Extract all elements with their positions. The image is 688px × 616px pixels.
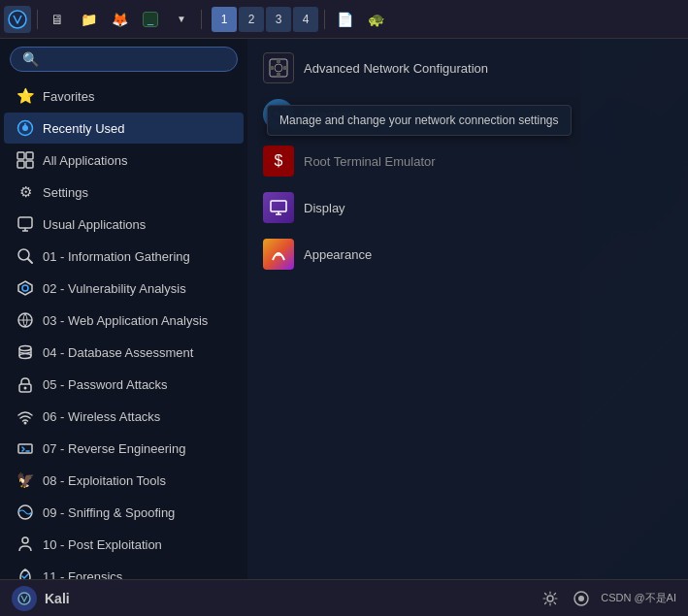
sidebar-item-05-password[interactable]: 05 - Password Attacks (4, 369, 244, 400)
display-icon (263, 192, 294, 223)
03-label: 03 - Web Application Analysis (43, 313, 232, 328)
sidebar-item-favorites[interactable]: ⭐ Favorites (4, 81, 244, 112)
svg-point-21 (275, 64, 282, 72)
04-label: 04 - Database Assessment (43, 345, 232, 360)
taskbar: 🖥 📁 🦊 _ ▼ 1 2 3 4 📄 🐢 (0, 0, 688, 39)
tooltip-text: Manage and change your network connectio… (279, 113, 559, 127)
svg-rect-3 (17, 152, 24, 159)
svg-rect-5 (17, 161, 24, 168)
02-label: 02 - Vulnerability Analysis (43, 281, 232, 296)
bottom-right: CSDN @不是AI (539, 587, 676, 610)
bottom-right-text: CSDN @不是AI (601, 591, 676, 605)
usual-apps-label: Usual Applications (43, 217, 232, 232)
display-label: Display (304, 201, 345, 215)
usual-apps-icon (16, 214, 35, 234)
taskbar-sep-1 (37, 10, 38, 29)
svg-rect-24 (270, 66, 274, 70)
favorites-label: Favorites (43, 89, 232, 104)
svg-point-15 (24, 422, 27, 425)
kali-menu-icon[interactable] (12, 586, 37, 611)
svg-rect-4 (26, 152, 33, 159)
09-label: 09 - Sniffing & Spoofing (43, 505, 232, 520)
recently-used-icon (16, 118, 35, 138)
svg-point-9 (22, 285, 28, 291)
sidebar-item-09-sniffing[interactable]: 09 - Sniffing & Spoofing (4, 497, 244, 528)
sidebar-item-07-reverse[interactable]: 07 - Reverse Engineering (4, 433, 244, 464)
app-item-appearance[interactable]: Appearance (255, 233, 680, 276)
svg-rect-16 (18, 444, 32, 453)
workspace-3[interactable]: 3 (266, 7, 291, 32)
wireless-icon (16, 406, 35, 426)
appearance-icon (263, 239, 294, 270)
info-gathering-icon (16, 246, 35, 266)
svg-point-18 (22, 537, 28, 543)
bottom-kali-label: Kali (45, 591, 70, 606)
01-label: 01 - Information Gathering (43, 249, 232, 264)
taskbar-kali-icon[interactable] (4, 6, 31, 33)
all-applications-label: All Applications (43, 153, 232, 168)
favorites-icon: ⭐ (16, 86, 35, 106)
app-item-adv-net-config[interactable]: Advanced Network Configuration (255, 47, 680, 89)
taskbar-notes-icon[interactable]: 📄 (331, 6, 358, 33)
taskbar-dropdown-icon[interactable]: ▼ (168, 6, 195, 33)
taskbar-terminal-icon[interactable]: _ (137, 6, 164, 33)
workspace-1[interactable]: 1 (212, 7, 237, 32)
10-label: 10 - Post Exploitation (43, 537, 232, 552)
taskbar-files-icon[interactable]: 📁 (75, 6, 102, 33)
svg-point-12 (19, 354, 31, 359)
sidebar-item-01-info-gathering[interactable]: 01 - Information Gathering (4, 241, 244, 272)
workspace-2[interactable]: 2 (239, 7, 264, 32)
sidebar-item-02-vuln-analysis[interactable]: 02 - Vulnerability Analysis (4, 273, 244, 304)
sidebar-item-all-applications[interactable]: All Applications (4, 145, 244, 176)
svg-point-31 (578, 596, 584, 601)
11-label: 11 - Forensics (43, 569, 232, 580)
05-label: 05 - Password Attacks (43, 377, 232, 392)
settings-icon: ⚙ (16, 182, 35, 202)
appearance-label: Appearance (304, 247, 372, 262)
sniffing-icon (16, 503, 35, 522)
recently-used-label: Recently Used (43, 121, 232, 136)
svg-point-29 (547, 596, 553, 601)
search-input-wrap[interactable]: 🔍 (10, 47, 238, 72)
main-area: 🔍 ⭐ Favorites Recently Used (0, 39, 688, 579)
taskbar-sep-3 (324, 10, 325, 29)
sidebar-item-10-post-exploit[interactable]: 10 - Post Exploitation (4, 529, 244, 560)
search-icon: 🔍 (22, 51, 39, 67)
adv-net-config-icon (263, 52, 294, 83)
app-item-display[interactable]: Display (255, 186, 680, 229)
menu-list: ⭐ Favorites Recently Used (0, 80, 247, 579)
sidebar-item-06-wireless[interactable]: 06 - Wireless Attacks (4, 401, 244, 432)
root-terminal-icon: $ (263, 146, 294, 177)
settings-label: Settings (43, 185, 232, 200)
bottom-bar: Kali CSDN @不是AI (0, 579, 688, 616)
sidebar-item-settings[interactable]: ⚙ Settings (4, 177, 244, 208)
app-item-root-terminal[interactable]: $ Root Terminal Emulator (255, 140, 680, 182)
forensics-icon (16, 567, 35, 579)
app-list-panel: Manage and change your network connectio… (247, 39, 688, 579)
bottom-settings-icon[interactable] (539, 587, 562, 610)
taskbar-extra-icon[interactable]: 🐢 (362, 6, 389, 33)
reverse-eng-icon (16, 438, 35, 458)
svg-point-11 (19, 346, 31, 351)
svg-rect-23 (277, 73, 280, 77)
sidebar-item-usual-apps[interactable]: Usual Applications (4, 209, 244, 240)
search-input[interactable] (47, 52, 225, 67)
password-icon (16, 374, 35, 394)
svg-rect-22 (277, 59, 280, 63)
07-label: 07 - Reverse Engineering (43, 441, 232, 456)
svg-point-0 (9, 11, 26, 28)
bottom-notifications-icon[interactable] (570, 587, 593, 610)
sidebar-item-11-forensics[interactable]: 11 - Forensics (4, 561, 244, 579)
vuln-analysis-icon (16, 278, 35, 298)
sidebar-item-04-db-assessment[interactable]: 04 - Database Assessment (4, 337, 244, 368)
sidebar-item-recently-used[interactable]: Recently Used (4, 113, 244, 144)
taskbar-sep-2 (201, 10, 202, 29)
workspace-4[interactable]: 4 (293, 7, 318, 32)
adv-net-config-label: Advanced Network Configuration (304, 61, 488, 76)
taskbar-display-icon[interactable]: 🖥 (44, 6, 71, 33)
app-menu-sidebar: 🔍 ⭐ Favorites Recently Used (0, 39, 247, 579)
search-bar-container: 🔍 (0, 39, 247, 80)
sidebar-item-08-exploit[interactable]: 🦅 08 - Exploitation Tools (4, 465, 244, 496)
taskbar-firefox-icon[interactable]: 🦊 (106, 6, 133, 33)
sidebar-item-03-web-app[interactable]: 03 - Web Application Analysis (4, 305, 244, 336)
